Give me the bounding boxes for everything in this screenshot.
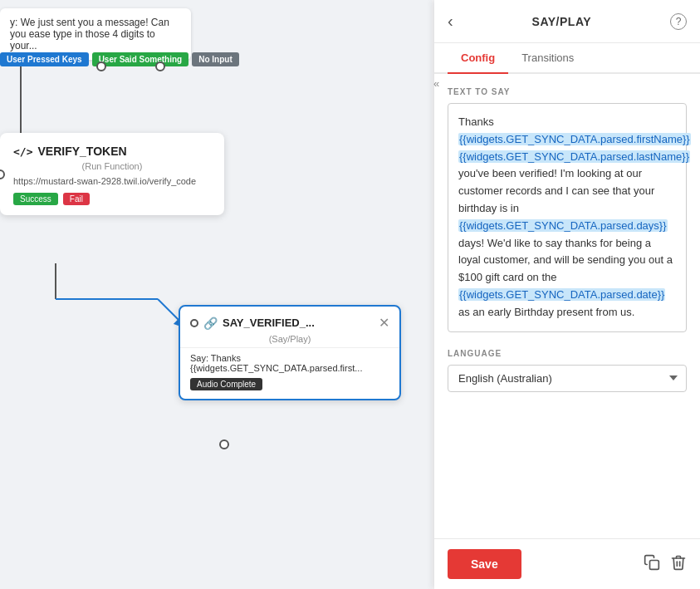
canvas-area: y: We just sent you a message! Can you e… (0, 0, 432, 589)
audio-complete-badge: Audio Complete (190, 378, 262, 390)
panel-back-icon[interactable]: ‹ (448, 12, 453, 31)
save-button[interactable]: Save (448, 549, 521, 579)
language-select[interactable]: English (Australian) English (US) Englis… (448, 365, 687, 392)
tab-transitions[interactable]: Transitions (508, 43, 587, 74)
panel-header: ‹ SAY/PLAY ? (434, 0, 700, 43)
text-hl-2: {{widgets.GET_SYNC_DATA.parsed.lastName}… (458, 150, 690, 163)
panel-body: TEXT TO SAY Thanks {{widgets.GET_SYNC_DA… (434, 74, 700, 538)
conn-btn-no-input[interactable]: No Input (192, 52, 239, 66)
collapse-panel-button[interactable]: « (433, 77, 439, 90)
copy-icon[interactable] (644, 554, 660, 575)
panel-help-icon[interactable]: ? (670, 13, 687, 30)
text-editor[interactable]: Thanks {{widgets.GET_SYNC_DATA.parsed.fi… (448, 103, 687, 332)
text-plain-3: days! We'd like to say thanks for being … (458, 237, 673, 284)
say-verified-node[interactable]: 🔗 SAY_VERIFIED_... ✕ (Say/Play) Say: Tha… (179, 305, 401, 400)
panel-footer: Save (434, 538, 700, 589)
say-node-subtitle: (Say/Play) (180, 334, 399, 347)
text-plain-2: you've been verified! I'm looking at our… (458, 167, 654, 214)
text-plain-4: as an early Birthday present from us. (458, 306, 634, 318)
text-hl-4: {{widgets.GET_SYNC_DATA.parsed.date}} (458, 288, 665, 301)
say-node-close-icon[interactable]: ✕ (379, 315, 389, 331)
message-bubble-text: y: We just sent you a message! Can you e… (10, 17, 169, 52)
panel-title: SAY/PLAY (532, 15, 591, 28)
language-section: LANGUAGE English (Australian) English (U… (448, 349, 687, 392)
right-panel: ‹ SAY/PLAY ? Config Transitions TEXT TO … (434, 0, 700, 589)
connector-svg (0, 0, 432, 589)
svg-rect-8 (650, 560, 659, 569)
tabs-row: Config Transitions (434, 43, 700, 74)
conn-btn-user-said[interactable]: User Said Something (92, 52, 189, 66)
verify-node-icon: </> (13, 145, 32, 158)
text-hl-3: {{widgets.GET_SYNC_DATA.parsed.days}} (458, 219, 668, 232)
verify-node-subtitle: (Run Function) (13, 161, 211, 171)
verify-node-dot (0, 169, 5, 179)
conn-btn-user-pressed[interactable]: User Pressed Keys (0, 52, 89, 66)
connection-buttons-row: User Pressed Keys User Said Something No… (0, 52, 239, 66)
say-node-dot (190, 319, 198, 327)
svg-point-7 (220, 440, 228, 449)
tab-config[interactable]: Config (448, 43, 508, 74)
text-hl-1: {{widgets.GET_SYNC_DATA.parsed.firstName… (458, 133, 691, 145)
language-label: LANGUAGE (448, 349, 687, 358)
verify-token-node: </> VERIFY_TOKEN (Run Function) https://… (0, 133, 224, 215)
text-plain-1: Thanks (458, 115, 494, 128)
text-to-say-label: TEXT TO SAY (448, 87, 687, 96)
badge-success: Success (13, 193, 58, 205)
verify-node-url: https://mustard-swan-2928.twil.io/verify… (13, 176, 211, 186)
say-node-title: 🔗 SAY_VERIFIED_... (190, 317, 315, 330)
delete-icon[interactable] (670, 554, 687, 575)
say-node-body: Say: Thanks {{widgets.GET_SYNC_DATA.pars… (180, 347, 399, 399)
badge-fail: Fail (63, 193, 90, 205)
say-node-header: 🔗 SAY_VERIFIED_... ✕ (180, 307, 399, 334)
footer-icons (644, 554, 687, 575)
verify-node-badges: Success Fail (13, 193, 211, 205)
verify-node-title: </> VERIFY_TOKEN (13, 145, 211, 158)
say-node-icon: 🔗 (203, 317, 218, 330)
